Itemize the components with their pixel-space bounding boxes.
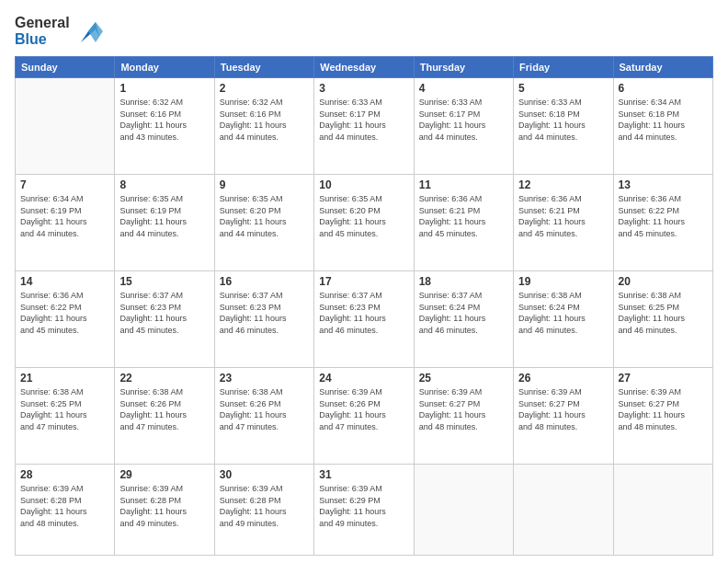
day-number: 29 [119,468,209,481]
calendar-cell: 29Sunrise: 6:39 AM Sunset: 6:28 PM Dayli… [115,465,214,556]
calendar-header-wednesday: Wednesday [314,57,414,78]
page: General Blue SundayMondayTuesdayWednesda… [0,0,728,563]
day-number: 15 [119,275,209,288]
day-detail: Sunrise: 6:38 AM Sunset: 6:26 PM Dayligh… [220,386,309,432]
calendar-cell: 10Sunrise: 6:35 AM Sunset: 6:20 PM Dayli… [314,175,414,271]
day-detail: Sunrise: 6:39 AM Sunset: 6:28 PM Dayligh… [220,483,309,529]
day-detail: Sunrise: 6:39 AM Sunset: 6:29 PM Dayligh… [319,483,408,529]
calendar-cell: 7Sunrise: 6:34 AM Sunset: 6:19 PM Daylig… [16,175,115,271]
day-detail: Sunrise: 6:38 AM Sunset: 6:24 PM Dayligh… [518,290,608,336]
calendar-cell: 22Sunrise: 6:38 AM Sunset: 6:26 PM Dayli… [115,368,214,465]
day-detail: Sunrise: 6:36 AM Sunset: 6:22 PM Dayligh… [619,193,708,239]
calendar-week-1: 1Sunrise: 6:32 AM Sunset: 6:16 PM Daylig… [16,78,713,175]
calendar-cell: 25Sunrise: 6:39 AM Sunset: 6:27 PM Dayli… [414,368,513,465]
day-number: 1 [119,82,209,95]
day-detail: Sunrise: 6:38 AM Sunset: 6:25 PM Dayligh… [619,290,708,336]
day-number: 5 [518,82,608,95]
calendar-cell: 4Sunrise: 6:33 AM Sunset: 6:17 PM Daylig… [414,78,513,175]
calendar-cell: 1Sunrise: 6:32 AM Sunset: 6:16 PM Daylig… [115,78,214,175]
calendar-cell: 24Sunrise: 6:39 AM Sunset: 6:26 PM Dayli… [314,368,414,465]
day-detail: Sunrise: 6:39 AM Sunset: 6:28 PM Dayligh… [20,483,109,529]
day-detail: Sunrise: 6:34 AM Sunset: 6:19 PM Dayligh… [20,193,109,239]
calendar-cell [514,465,613,556]
day-number: 23 [220,372,309,385]
day-detail: Sunrise: 6:37 AM Sunset: 6:23 PM Dayligh… [220,290,309,336]
day-detail: Sunrise: 6:37 AM Sunset: 6:23 PM Dayligh… [319,290,408,336]
day-number: 7 [20,178,109,191]
day-number: 9 [220,178,309,191]
day-number: 28 [20,468,109,481]
calendar-cell: 17Sunrise: 6:37 AM Sunset: 6:23 PM Dayli… [314,271,414,368]
calendar-header-tuesday: Tuesday [214,57,313,78]
calendar-cell: 27Sunrise: 6:39 AM Sunset: 6:27 PM Dayli… [613,368,712,465]
svg-marker-1 [88,22,103,42]
day-number: 12 [518,178,608,191]
day-detail: Sunrise: 6:39 AM Sunset: 6:27 PM Dayligh… [518,386,608,432]
day-number: 11 [419,178,508,191]
day-number: 10 [319,178,408,191]
calendar-cell: 11Sunrise: 6:36 AM Sunset: 6:21 PM Dayli… [414,175,513,271]
logo-blue: Blue [15,31,70,48]
day-detail: Sunrise: 6:39 AM Sunset: 6:28 PM Dayligh… [119,483,209,529]
calendar-cell: 6Sunrise: 6:34 AM Sunset: 6:18 PM Daylig… [613,78,712,175]
day-number: 27 [619,372,708,385]
logo-content: General Blue [15,15,103,47]
day-number: 17 [319,275,408,288]
calendar-header-sunday: Sunday [16,57,115,78]
calendar-cell: 23Sunrise: 6:38 AM Sunset: 6:26 PM Dayli… [214,368,313,465]
day-detail: Sunrise: 6:32 AM Sunset: 6:16 PM Dayligh… [119,97,209,143]
day-number: 6 [619,82,708,95]
calendar-header-friday: Friday [514,57,613,78]
calendar-cell: 8Sunrise: 6:35 AM Sunset: 6:19 PM Daylig… [115,175,214,271]
day-number: 31 [319,468,408,481]
day-number: 16 [220,275,309,288]
day-number: 20 [619,275,708,288]
day-detail: Sunrise: 6:36 AM Sunset: 6:22 PM Dayligh… [20,290,109,336]
day-detail: Sunrise: 6:38 AM Sunset: 6:26 PM Dayligh… [119,386,209,432]
calendar-cell: 26Sunrise: 6:39 AM Sunset: 6:27 PM Dayli… [514,368,613,465]
day-detail: Sunrise: 6:35 AM Sunset: 6:20 PM Dayligh… [319,193,408,239]
calendar-cell: 14Sunrise: 6:36 AM Sunset: 6:22 PM Dayli… [16,271,115,368]
day-detail: Sunrise: 6:33 AM Sunset: 6:17 PM Dayligh… [319,97,408,143]
day-detail: Sunrise: 6:36 AM Sunset: 6:21 PM Dayligh… [419,193,508,239]
logo: General Blue [15,15,103,47]
day-detail: Sunrise: 6:39 AM Sunset: 6:27 PM Dayligh… [419,386,508,432]
calendar-cell [16,78,115,175]
calendar-cell: 9Sunrise: 6:35 AM Sunset: 6:20 PM Daylig… [214,175,313,271]
calendar-header-row: SundayMondayTuesdayWednesdayThursdayFrid… [16,57,713,78]
day-number: 4 [419,82,508,95]
calendar-table: SundayMondayTuesdayWednesdayThursdayFrid… [15,56,713,556]
day-number: 13 [619,178,708,191]
day-number: 14 [20,275,109,288]
calendar-cell: 2Sunrise: 6:32 AM Sunset: 6:16 PM Daylig… [214,78,313,175]
day-detail: Sunrise: 6:35 AM Sunset: 6:19 PM Dayligh… [119,193,209,239]
calendar-cell: 5Sunrise: 6:33 AM Sunset: 6:18 PM Daylig… [514,78,613,175]
calendar-cell: 3Sunrise: 6:33 AM Sunset: 6:17 PM Daylig… [314,78,414,175]
calendar-cell: 20Sunrise: 6:38 AM Sunset: 6:25 PM Dayli… [613,271,712,368]
calendar-cell: 12Sunrise: 6:36 AM Sunset: 6:21 PM Dayli… [514,175,613,271]
calendar-week-3: 14Sunrise: 6:36 AM Sunset: 6:22 PM Dayli… [16,271,713,368]
calendar-week-5: 28Sunrise: 6:39 AM Sunset: 6:28 PM Dayli… [16,465,713,556]
calendar-cell: 19Sunrise: 6:38 AM Sunset: 6:24 PM Dayli… [514,271,613,368]
day-detail: Sunrise: 6:34 AM Sunset: 6:18 PM Dayligh… [619,97,708,143]
calendar-cell: 31Sunrise: 6:39 AM Sunset: 6:29 PM Dayli… [314,465,414,556]
calendar-cell [414,465,513,556]
day-detail: Sunrise: 6:39 AM Sunset: 6:27 PM Dayligh… [619,386,708,432]
day-detail: Sunrise: 6:36 AM Sunset: 6:21 PM Dayligh… [518,193,608,239]
header: General Blue [15,15,713,47]
calendar-week-2: 7Sunrise: 6:34 AM Sunset: 6:19 PM Daylig… [16,175,713,271]
day-detail: Sunrise: 6:39 AM Sunset: 6:26 PM Dayligh… [319,386,408,432]
day-detail: Sunrise: 6:37 AM Sunset: 6:23 PM Dayligh… [119,290,209,336]
logo-icon [74,17,103,46]
calendar-cell: 30Sunrise: 6:39 AM Sunset: 6:28 PM Dayli… [214,465,313,556]
day-number: 18 [419,275,508,288]
day-number: 22 [119,372,209,385]
day-detail: Sunrise: 6:33 AM Sunset: 6:17 PM Dayligh… [419,97,508,143]
calendar-header-monday: Monday [115,57,214,78]
day-number: 25 [419,372,508,385]
calendar-header-saturday: Saturday [613,57,712,78]
calendar-cell: 28Sunrise: 6:39 AM Sunset: 6:28 PM Dayli… [16,465,115,556]
day-number: 19 [518,275,608,288]
day-detail: Sunrise: 6:32 AM Sunset: 6:16 PM Dayligh… [220,97,309,143]
day-detail: Sunrise: 6:38 AM Sunset: 6:25 PM Dayligh… [20,386,109,432]
